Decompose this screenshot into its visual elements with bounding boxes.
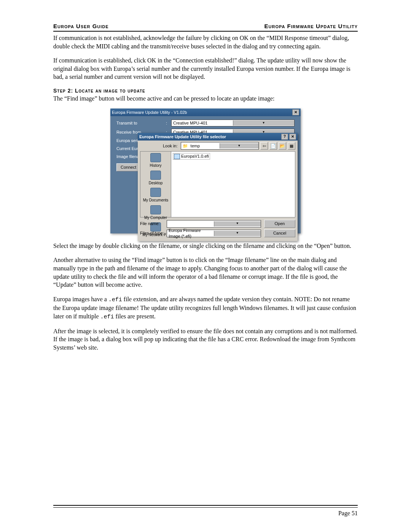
- desktop-icon: [150, 171, 161, 180]
- efi-ext: .efi: [108, 297, 122, 303]
- screenshot-inner: Europa Firmware Update Utility - V1.02b …: [110, 109, 301, 233]
- computer-icon: [150, 205, 161, 214]
- lookin-combo[interactable]: 📁 temp ▼: [181, 142, 259, 150]
- paragraph-5: Another alternative to using the “Find i…: [53, 256, 358, 289]
- page-footer: Page 51: [53, 505, 358, 517]
- places-bar: History Desktop My Documents My Computer…: [140, 152, 171, 217]
- body-text: If communication is not established, ack…: [53, 34, 358, 352]
- cancel-button[interactable]: Cancel: [264, 229, 295, 237]
- file-body: History Desktop My Documents My Computer…: [140, 151, 295, 217]
- file-dialog-title: Europa Firmware Update Utility file sele…: [139, 134, 226, 140]
- place-mycomp[interactable]: My Computer: [144, 205, 167, 220]
- paragraph-1: If communication is not established, ack…: [53, 34, 358, 50]
- document-page: Europa User Guide Europa Firmware Update…: [0, 0, 411, 532]
- open-button[interactable]: Open: [264, 220, 295, 228]
- file-item-name: EuropaV1.0.efi: [181, 153, 209, 159]
- back-icon[interactable]: ⇦: [260, 142, 268, 150]
- transmit-value: Creative MPU-401: [172, 120, 233, 126]
- transmit-label: Transmit to: [116, 120, 166, 126]
- transmit-combo[interactable]: Creative MPU-401 ▼: [171, 120, 295, 126]
- screenshot: Europa Firmware Update Utility - V1.02b …: [53, 109, 358, 233]
- help-icon[interactable]: ?: [281, 134, 288, 140]
- paragraph-4: Select the image by double clicking on t…: [53, 242, 358, 250]
- filename-input[interactable]: ▼: [167, 220, 261, 228]
- main-window-title: Europa Firmware Update Utility - V1.02b: [112, 110, 187, 115]
- paragraph-3: The “Find image” button will become acti…: [53, 94, 358, 103]
- connect-button[interactable]: Connect: [116, 163, 140, 171]
- page-header: Europa User Guide Europa Firmware Update…: [53, 23, 358, 32]
- filename-label: File name:: [140, 221, 167, 227]
- place-desktop[interactable]: Desktop: [149, 171, 163, 186]
- file-toolbar: Look in: 📁 temp ▼ ⇦ 📄 📂 ▦: [138, 141, 298, 151]
- chevron-down-icon[interactable]: ▼: [220, 143, 258, 149]
- chevron-down-icon[interactable]: ▼: [214, 231, 261, 236]
- documents-icon: [150, 188, 161, 197]
- place-mydocs[interactable]: My Documents: [143, 188, 169, 203]
- filetype-combo[interactable]: Europa Firmware Image (*.efi) ▼: [167, 230, 261, 237]
- close-icon[interactable]: ✕: [292, 109, 299, 115]
- footer-rule: [53, 505, 358, 508]
- header-left: Europa User Guide: [53, 23, 109, 29]
- paragraph-6: Europa images have a .efi file extension…: [53, 295, 358, 321]
- views-icon[interactable]: ▦: [288, 142, 295, 150]
- chevron-down-icon[interactable]: ▼: [233, 120, 295, 126]
- page-number: Page 51: [53, 510, 358, 517]
- chevron-down-icon[interactable]: ▼: [214, 221, 261, 227]
- step-2-heading: Step 2: Locate an image to update: [53, 87, 358, 94]
- file-icon: [174, 154, 180, 159]
- lookin-value: temp: [189, 144, 201, 148]
- file-item[interactable]: EuropaV1.0.efi: [173, 153, 210, 160]
- file-selector-dialog: Europa Firmware Update Utility file sele…: [138, 133, 298, 241]
- filetype-value: Europa Firmware Image (*.efi): [167, 228, 214, 239]
- file-list[interactable]: EuropaV1.0.efi: [171, 152, 295, 217]
- up-folder-icon[interactable]: 📄: [269, 142, 277, 150]
- place-history[interactable]: History: [150, 153, 161, 168]
- file-dialog-title-bar: Europa Firmware Update Utility file sele…: [138, 133, 298, 141]
- lookin-label: Look in:: [163, 143, 178, 149]
- paragraph-7: After the image is selected, it is compl…: [53, 327, 358, 352]
- main-title-bar: Europa Firmware Update Utility - V1.02b …: [110, 109, 301, 116]
- efi-ext2: .efi: [100, 314, 114, 320]
- close-icon[interactable]: ✕: [289, 134, 296, 140]
- new-folder-icon[interactable]: 📂: [279, 142, 286, 150]
- header-right: Europa Firmware Update Utility: [264, 23, 358, 29]
- paragraph-2: If communication is established, click O…: [53, 56, 358, 81]
- history-icon: [150, 153, 161, 162]
- filetype-label: Files of type:: [140, 230, 167, 236]
